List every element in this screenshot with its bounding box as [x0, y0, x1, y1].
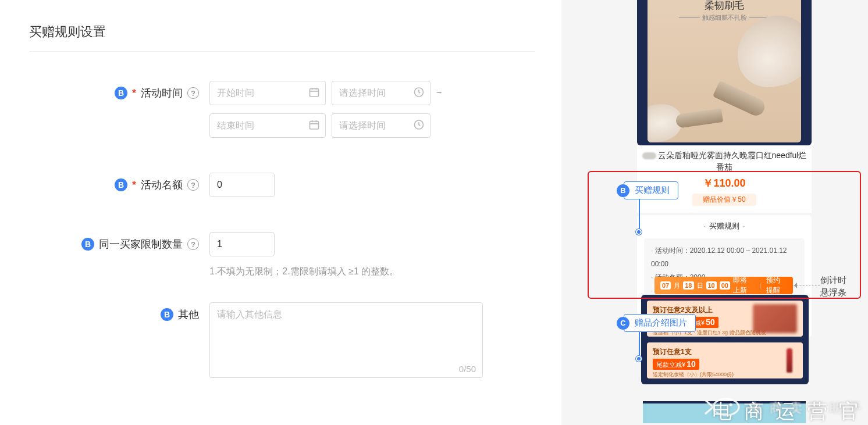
rules-card-title: 买赠规则 [637, 221, 812, 231]
remind-button[interactable]: 预约提醒 [766, 276, 787, 295]
watermark-text-large: 电 商 运 营 官 [712, 398, 862, 425]
help-icon[interactable]: ? [187, 238, 199, 250]
callout-rules: B 买赠规则 [611, 181, 678, 199]
label-buyer-limit: B 同一买家限制数量 ? [29, 232, 209, 256]
quota-input[interactable] [209, 173, 275, 197]
callout-gift-image: C 赠品介绍图片 [611, 314, 696, 332]
annotation-countdown: 倒计时 悬浮条 [820, 274, 846, 298]
discount-tag: 尾款立减¥10 [653, 359, 699, 370]
brush-illustration-icon [708, 16, 801, 121]
badge-c-icon: C [617, 317, 629, 330]
buyer-limit-input[interactable] [209, 232, 275, 256]
gift-thumb-icon [753, 304, 797, 333]
required-asterisk: * [132, 179, 136, 191]
badge-b-icon: B [617, 184, 629, 197]
row-activity-time: B * 活动时间 ? ~ [29, 81, 532, 138]
badge-b-icon: B [115, 87, 127, 99]
activity-time-inputs: ~ [209, 81, 442, 138]
range-separator: ~ [436, 88, 442, 98]
countdown-bar: 07 月 18 日 10 00 即将上新 | 预约提醒 [654, 277, 793, 294]
annotation-arrow-icon [794, 285, 820, 285]
rule-item: 活动时间：2020.12.12 00:00 – 2021.01.12 00:00 [651, 244, 798, 271]
label-activity-time: B * 活动时间 ? [29, 81, 209, 105]
buyer-limit-hint: 1.不填为无限制；2.需限制请填入 ≥1 的整数。 [209, 266, 399, 278]
end-time-input[interactable] [332, 113, 431, 138]
countdown-unit: 日 [697, 281, 703, 290]
callout-dot-icon [636, 229, 642, 235]
start-date-input[interactable] [209, 81, 326, 105]
divider-icon: | [759, 281, 761, 290]
gift-card: 预订任意1支 尾款立减¥10 送定制化妆镜（小）(共限54000份) [647, 342, 803, 378]
badge-b-icon: B [115, 178, 127, 191]
row-other: B 其他 0/50 [29, 302, 532, 380]
gift-card-title: 预订任意1支 [653, 347, 797, 357]
product-image-area: 柔韧刷毛 触感细腻不扎脸 [637, 0, 812, 145]
end-date-input[interactable] [209, 113, 326, 138]
divider [29, 51, 535, 52]
callout-label: 赠品介绍图片 [624, 314, 696, 332]
required-asterisk: * [132, 87, 136, 99]
countdown-text: 即将上新 [733, 276, 754, 295]
preview-panel: 柔韧刷毛 触感细腻不扎脸 云朵盾釉哑光雾面持久晚霞口红needful烂番茄 ￥1… [582, 0, 868, 425]
blur-icon [642, 152, 656, 159]
help-icon[interactable]: ? [187, 87, 199, 99]
brush-illustration-icon [648, 95, 726, 142]
gift-value-tag: 赠品价值￥50 [692, 194, 756, 206]
label-text: 活动名额 [141, 178, 183, 192]
badge-b-icon: B [161, 308, 173, 321]
callout-label: 买赠规则 [624, 181, 678, 199]
other-textarea[interactable] [209, 302, 483, 378]
gift-intro-cards: 预订任意2支及以上 合并付尾款立减¥50 送唇釉（小）1支 · 送唇口红1.3g… [641, 295, 809, 384]
countdown-seg: 10 [706, 281, 717, 290]
label-text: 活动时间 [141, 86, 183, 100]
start-time-input[interactable] [332, 81, 431, 105]
row-buyer-limit: B 同一买家限制数量 ? 1.不填为无限制；2.需限制请填入 ≥1 的整数。 [29, 232, 532, 278]
label-quota: B * 活动名额 ? [29, 173, 209, 197]
badge-b-icon: B [81, 238, 94, 251]
label-other: B 其他 [29, 302, 209, 327]
countdown-seg: 00 [720, 281, 730, 290]
callout-connector [639, 199, 640, 231]
label-text: 同一买家限制数量 [99, 237, 183, 251]
help-icon[interactable]: ? [187, 179, 199, 191]
product-name: 云朵盾釉哑光雾面持久晚霞口红needful烂番茄 [637, 145, 812, 174]
callout-dot-icon [636, 356, 642, 362]
row-quota: B * 活动名额 ? [29, 173, 532, 197]
callout-connector [639, 331, 640, 358]
char-counter: 0/50 [459, 364, 476, 374]
label-text: 其他 [178, 308, 199, 322]
image-caption-title: 柔韧刷毛 [648, 0, 801, 12]
countdown-seg: 07 [660, 281, 671, 290]
countdown-seg: 18 [683, 281, 693, 290]
gift-card-sub: 送定制化妆镜（小）(共限54000份) [653, 371, 797, 378]
lipstick-thumb-icon [787, 348, 792, 373]
section-title: 买赠规则设置 [29, 23, 532, 41]
settings-form-panel: 买赠规则设置 B * 活动时间 ? [0, 0, 561, 425]
countdown-unit: 月 [674, 281, 680, 290]
